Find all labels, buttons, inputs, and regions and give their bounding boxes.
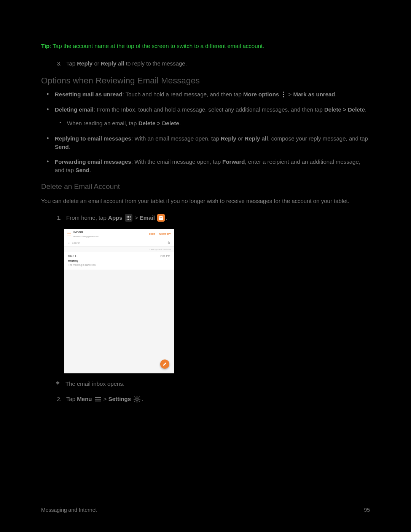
- tablet-title-col: INBOX testcnx1380@gmail.com: [73, 230, 99, 238]
- b: Apps: [108, 214, 123, 221]
- b: Delete > Delete: [324, 106, 365, 113]
- tip-line: Tip: Tap the account name at the top of …: [41, 42, 370, 50]
- b: Settings: [108, 396, 131, 402]
- heading-delete-account: Delete an Email Account: [41, 181, 370, 192]
- b: Send: [75, 167, 89, 173]
- svg-point-9: [126, 219, 127, 220]
- t: Tap: [66, 60, 77, 67]
- svg-point-5: [129, 216, 131, 217]
- t: .: [166, 214, 167, 221]
- step-1-body: From home, tap Apps > Email .: [66, 214, 370, 222]
- reply-all-bold: Reply all: [101, 60, 124, 67]
- bullet-delete: Deleting email: From the Inbox, touch an…: [55, 105, 370, 128]
- step-3-num: 3.: [55, 59, 66, 68]
- step-1: 1. From home, tap Apps > Email .: [55, 214, 370, 222]
- tip-label: Tip: [41, 43, 49, 49]
- t: .: [69, 144, 70, 150]
- svg-point-10: [128, 219, 129, 220]
- mic-icon: 🎤︎: [167, 241, 170, 245]
- bullet-reply: Replying to email messages: With an emai…: [55, 134, 370, 151]
- b: Menu: [77, 396, 92, 402]
- t: >: [133, 214, 140, 221]
- svg-point-1: [283, 94, 284, 95]
- tablet-search: ⌕ Search 🎤︎: [64, 239, 174, 247]
- svg-point-7: [128, 217, 129, 219]
- email-icon: [157, 214, 165, 222]
- t: or: [92, 60, 101, 67]
- t: : With the email message open, tap: [131, 158, 222, 165]
- t: Tap: [66, 396, 77, 402]
- step-3: 3. Tap Reply or Reply all to reply to th…: [55, 59, 370, 68]
- t: or: [236, 135, 245, 142]
- tablet-sync: Last synced 2:02 PM: [64, 247, 174, 252]
- search-placeholder: Search: [72, 241, 80, 245]
- tablet-screenshot: INBOX testcnx1380@gmail.com EDIT SORT BY…: [64, 229, 174, 374]
- t: When reading an email, tap: [67, 120, 139, 126]
- b: Reply: [221, 135, 236, 142]
- b: Resetting mail as unread: [55, 91, 123, 97]
- tablet-header-actions: EDIT SORT BY: [149, 232, 171, 236]
- bullet-forward: Forwarding email messages: With the emai…: [55, 158, 370, 174]
- sort-button: SORT BY: [159, 232, 171, 236]
- svg-point-3: [126, 216, 127, 217]
- email-preview: The meeting is cancelled.: [68, 263, 170, 267]
- reply-bold: Reply: [77, 60, 92, 67]
- svg-rect-15: [95, 401, 101, 401]
- footer-section: Messaging and Internet: [41, 506, 97, 514]
- delete-account-para: You can delete an email account from you…: [41, 197, 370, 205]
- svg-line-23: [135, 401, 135, 401]
- email-sender: Rich L.: [68, 254, 78, 259]
- t: From home, tap: [66, 214, 108, 221]
- step-1-num: 1.: [55, 214, 66, 222]
- b: Mark as unread: [293, 91, 335, 97]
- options-list: Resetting mail as unread: Touch and hold…: [55, 90, 370, 174]
- tip-text: : Tap the account name at the top of the…: [49, 43, 264, 49]
- tablet-inbox-title: INBOX: [73, 230, 99, 235]
- menu-icon: [94, 395, 101, 403]
- settings-icon: [133, 395, 141, 403]
- svg-point-8: [129, 217, 131, 219]
- svg-point-2: [283, 96, 284, 97]
- b: Forwarding email messages: [55, 158, 131, 165]
- email-row: Rich L. 2:01 PM Meeting The meeting is c…: [64, 252, 174, 270]
- email-time: 2:01 PM: [160, 254, 170, 258]
- tablet-account: testcnx1380@gmail.com: [73, 235, 99, 238]
- compose-fab: [160, 359, 169, 369]
- step-2-num: 2.: [55, 395, 66, 403]
- result-list: The email inbox opens.: [65, 380, 370, 388]
- t: >: [102, 396, 108, 402]
- t: .: [335, 91, 337, 97]
- apps-icon: [125, 214, 132, 222]
- t: .: [365, 106, 366, 113]
- b: More options: [243, 91, 279, 97]
- b: Replying to email messages: [55, 135, 131, 142]
- svg-rect-14: [95, 399, 101, 399]
- sub-list: When reading an email, tap Delete > Dele…: [67, 119, 370, 128]
- heading-options: Options when Reviewing Email Messages: [41, 75, 370, 87]
- tablet-header: INBOX testcnx1380@gmail.com EDIT SORT BY: [64, 229, 174, 239]
- step-2-body: Tap Menu > Settings .: [66, 395, 370, 403]
- t: : From the Inbox, touch and hold a messa…: [94, 106, 324, 113]
- step-3-body: Tap Reply or Reply all to reply to the m…: [66, 59, 370, 68]
- email-subject: Meeting: [68, 259, 170, 263]
- t: , compose your reply message, and tap: [268, 135, 368, 142]
- b: Deleting email: [55, 106, 94, 113]
- b: Delete > Delete: [139, 120, 179, 126]
- t: .: [142, 396, 143, 402]
- more-options-icon: [281, 91, 286, 98]
- b: Forward: [222, 158, 245, 165]
- page-footer: Messaging and Internet 95: [41, 506, 370, 514]
- svg-line-24: [139, 397, 140, 398]
- t: to reply to the message.: [124, 60, 187, 67]
- t: .: [179, 120, 181, 126]
- t: : With an email message open, tap: [131, 135, 221, 142]
- svg-point-16: [136, 398, 138, 400]
- b: Send: [55, 144, 69, 150]
- svg-point-0: [283, 92, 284, 93]
- svg-rect-13: [95, 397, 101, 398]
- svg-line-21: [135, 397, 135, 398]
- t: >: [287, 91, 293, 97]
- result-inbox-opens: The email inbox opens.: [65, 380, 370, 388]
- b: Reply all: [245, 135, 268, 142]
- svg-point-6: [126, 217, 127, 219]
